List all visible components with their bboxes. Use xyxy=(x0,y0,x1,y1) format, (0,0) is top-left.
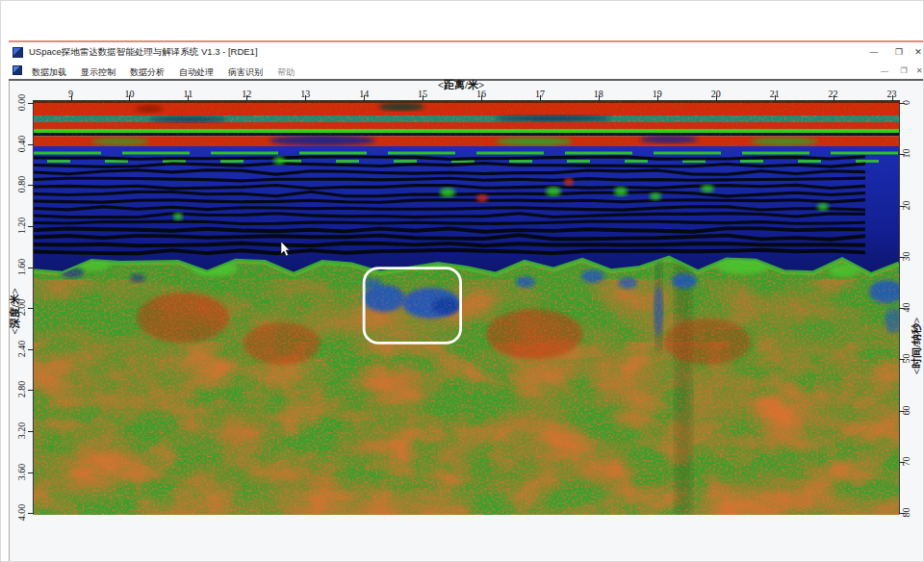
depth-tick-label: 1.20 xyxy=(16,211,27,240)
app-icon xyxy=(13,47,23,58)
restore-button[interactable]: ❐ xyxy=(886,43,911,61)
time-tick-mark xyxy=(899,206,905,207)
minimize-button[interactable]: — xyxy=(861,43,886,61)
time-tick-mark xyxy=(899,462,905,463)
title-bar[interactable]: USpace探地雷达数据智能处理与解译系统 V1.3 - [RDE1] — ❐ … xyxy=(9,42,924,62)
menu-item-1[interactable]: 显示控制 xyxy=(76,65,120,79)
child-close-button[interactable]: ✕ xyxy=(913,64,924,77)
close-button[interactable]: ✕ xyxy=(911,43,924,61)
depth-tick-label: 1.60 xyxy=(16,252,27,281)
menu-item-5[interactable]: 帮助 xyxy=(272,65,299,79)
menu-item-2[interactable]: 数据分析 xyxy=(125,65,169,79)
child-restore-button[interactable]: ❐ xyxy=(894,64,913,77)
child-window-controls: — ❐ ✕ xyxy=(875,64,924,77)
time-tick-mark xyxy=(899,411,905,412)
menu-item-4[interactable]: 病害识别 xyxy=(223,65,268,79)
depth-tick-label: 2.00 xyxy=(16,294,27,322)
time-tick-mark xyxy=(899,308,905,309)
window-controls: — ❐ ✕ xyxy=(861,42,924,62)
child-minimize-button[interactable]: — xyxy=(875,64,894,77)
depth-tick-label: 3.20 xyxy=(16,417,27,446)
menu-item-3[interactable]: 自动处理 xyxy=(174,65,218,79)
depth-tick-label: 2.40 xyxy=(16,334,27,363)
window-title: USpace探地雷达数据智能处理与解译系统 V1.3 - [RDE1] xyxy=(29,46,258,59)
depth-tick-label: 2.80 xyxy=(16,375,27,404)
time-tick-mark xyxy=(899,257,905,258)
document-icon xyxy=(13,65,22,75)
depth-tick-label: 0.40 xyxy=(16,129,27,158)
time-tick-mark xyxy=(899,103,905,104)
depth-tick-label: 3.60 xyxy=(16,457,27,486)
menu-item-0[interactable]: 数据加载 xyxy=(27,65,71,79)
time-axis-title: <时间/纳秒> xyxy=(910,308,924,385)
radargram-canvas[interactable] xyxy=(34,101,899,515)
time-tick-mark xyxy=(899,154,905,155)
depth-tick-label: 0.80 xyxy=(16,170,27,199)
menu-bar: 数据加载显示控制数据分析自动处理病害识别帮助 — ❐ ✕ xyxy=(9,62,924,79)
time-tick-mark xyxy=(899,513,905,514)
depth-tick-label: 0.00 xyxy=(16,89,27,117)
time-tick-mark xyxy=(899,359,905,360)
depth-tick-label: 4.00 xyxy=(16,498,27,527)
app-window: USpace探地雷达数据智能处理与解译系统 V1.3 - [RDE1] — ❐ … xyxy=(0,0,924,562)
